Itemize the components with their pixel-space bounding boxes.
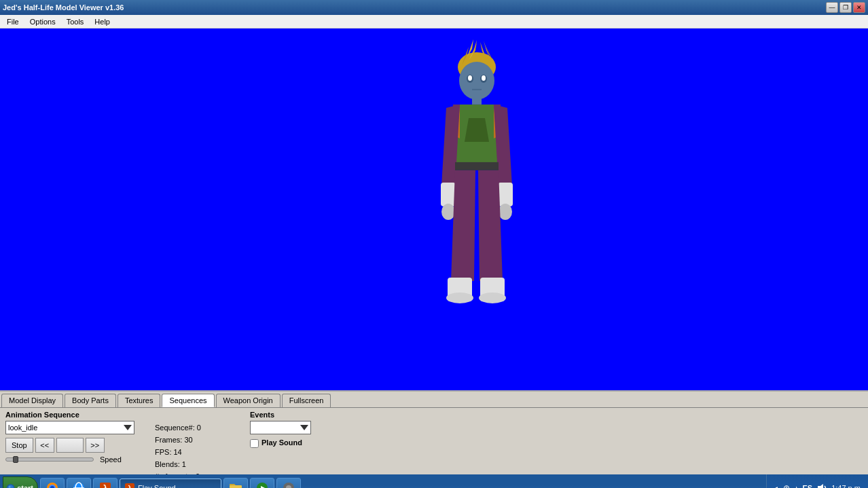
svg-point-26	[499, 203, 512, 219]
anim-controls: Stop << >>	[5, 438, 141, 453]
svg-rect-23	[441, 182, 456, 206]
svg-text:λ: λ	[103, 484, 108, 488]
taskbar-app-label: Flay Sound	[138, 484, 176, 488]
minimize-button[interactable]: —	[826, 2, 838, 13]
svg-marker-54	[818, 484, 823, 488]
svg-rect-14	[472, 96, 482, 104]
svg-point-12	[482, 75, 486, 80]
stat-sequence-num: Sequence#: 0	[155, 421, 236, 434]
stat-blends: Blends: 1	[155, 458, 236, 470]
character-model	[416, 29, 538, 356]
start-label: start	[17, 484, 33, 488]
taskbar: start λ λ Flay Sound	[0, 474, 868, 488]
play-sound-label[interactable]: Play Sound	[261, 438, 302, 447]
menubar: File Options Tools Help	[0, 15, 868, 29]
prev-button[interactable]: <<	[35, 438, 54, 453]
start-button[interactable]: start	[3, 476, 38, 488]
animation-sequence-dropdown[interactable]: look_idle idle run walk attack	[5, 421, 134, 434]
progress-bar-container: Speed	[5, 455, 141, 464]
taskbar-hl-icon[interactable]: λ	[93, 478, 117, 488]
tray-network-icon: ⊕	[783, 483, 790, 488]
svg-point-8	[459, 61, 494, 99]
tab-fullscreen[interactable]: Fullscreen	[282, 394, 331, 407]
anim-sequence-label: Animation Sequence	[5, 411, 141, 419]
svg-rect-49	[230, 485, 242, 488]
stats-section: Sequence#: 0 Frames: 30 FPS: 14 Blends: …	[155, 411, 236, 483]
taskbar-folder-icon[interactable]	[223, 478, 248, 488]
titlebar-controls: — ❐ ✕	[826, 2, 865, 13]
bottom-panel: Model Display Body Parts Textures Sequen…	[0, 390, 868, 474]
clock: 1:47 p.m.	[831, 483, 863, 488]
menu-help[interactable]: Help	[89, 16, 115, 27]
menu-tools[interactable]: Tools	[61, 16, 90, 27]
menu-file[interactable]: File	[1, 16, 24, 27]
close-button[interactable]: ✕	[853, 2, 865, 13]
restore-button[interactable]: ❐	[839, 2, 852, 13]
system-tray: ◄ ⊕ ♪ ES 1:47 p.m.	[766, 474, 868, 488]
svg-rect-24	[498, 182, 513, 206]
svg-point-32	[446, 292, 473, 303]
clock-time: 1:47 p.m.	[831, 483, 863, 488]
titlebar-title: Jed's Half-Life Model Viewer v1.36	[3, 3, 124, 12]
titlebar: Jed's Half-Life Model Viewer v1.36 — ❐ ✕	[0, 0, 868, 15]
svg-marker-28	[451, 170, 475, 280]
tab-model-display[interactable]: Model Display	[1, 394, 63, 407]
play-sound-row: Play Sound	[250, 438, 386, 449]
tab-body-parts[interactable]: Body Parts	[65, 394, 116, 407]
svg-point-25	[441, 203, 455, 219]
svg-marker-29	[478, 170, 503, 280]
stat-frames: Frames: 30	[155, 434, 236, 446]
frame-input[interactable]	[56, 438, 84, 453]
tab-bar: Model Display Body Parts Textures Sequen…	[0, 392, 868, 408]
taskbar-app-flay-sound[interactable]: λ Flay Sound	[120, 478, 221, 488]
taskbar-extra-icon[interactable]	[276, 478, 301, 488]
menu-options[interactable]: Options	[24, 16, 61, 27]
progress-thumb[interactable]	[13, 456, 18, 463]
lang-indicator: ES	[802, 484, 812, 488]
speed-label: Speed	[100, 455, 122, 464]
tray-volume-icon[interactable]: ♪	[794, 483, 799, 489]
svg-point-11	[468, 75, 472, 80]
tray-expand[interactable]: ◄	[772, 485, 779, 489]
animation-sequence-section: Animation Sequence look_idle idle run wa…	[5, 411, 141, 483]
tab-sequences[interactable]: Sequences	[162, 394, 214, 407]
speaker-icon[interactable]	[816, 483, 827, 488]
taskbar-firefox-icon[interactable]	[40, 478, 65, 488]
app-icon: λ	[124, 483, 135, 488]
stat-fps: FPS: 14	[155, 446, 236, 458]
panel-content: Animation Sequence look_idle idle run wa…	[0, 408, 868, 485]
svg-rect-27	[455, 162, 499, 170]
taskbar-media-icon[interactable]	[250, 478, 274, 488]
tab-textures[interactable]: Textures	[117, 394, 161, 407]
events-section: Events Play Sound	[250, 411, 386, 483]
events-label: Events	[250, 411, 386, 419]
events-dropdown[interactable]	[250, 421, 311, 434]
viewport[interactable]	[0, 29, 868, 390]
stop-button[interactable]: Stop	[5, 438, 33, 453]
play-sound-checkbox[interactable]	[250, 439, 259, 448]
next-button[interactable]: >>	[86, 438, 105, 453]
svg-marker-16	[465, 117, 489, 141]
tab-weapon-origin[interactable]: Weapon Origin	[216, 394, 281, 407]
svg-text:λ: λ	[128, 485, 132, 488]
svg-point-35	[479, 292, 506, 303]
progress-track[interactable]	[5, 457, 94, 462]
taskbar-ie-icon[interactable]	[67, 478, 91, 488]
windows-orb-icon	[6, 482, 15, 488]
